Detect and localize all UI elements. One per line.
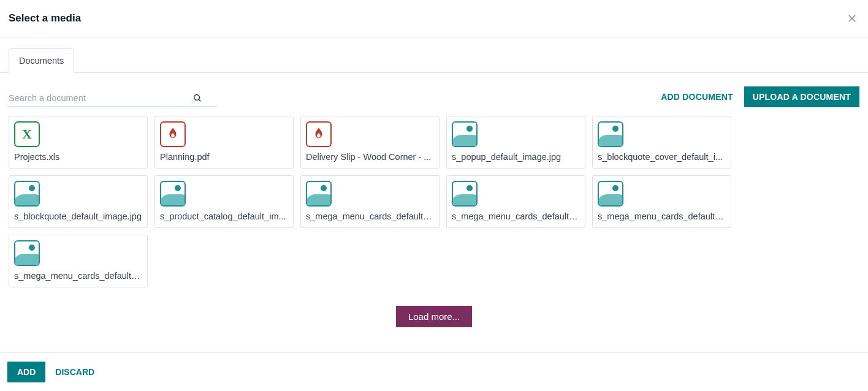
modal-title: Select a media [9, 12, 81, 25]
document-card[interactable]: XProjects.xls [9, 116, 148, 169]
tabs: Documents [0, 48, 868, 73]
document-name: Planning.pdf [160, 152, 288, 164]
image-icon [598, 121, 623, 147]
modal-header: Select a media [0, 0, 868, 37]
document-card[interactable]: s_blockquote_cover_default_i... [592, 116, 731, 169]
document-card[interactable]: s_product_catalog_default_im... [154, 175, 294, 228]
image-icon [14, 240, 40, 266]
toolbar: ADD DOCUMENT UPLOAD A DOCUMENT [0, 73, 868, 113]
document-name: s_mega_menu_cards_default_i... [14, 271, 142, 283]
document-card[interactable]: s_blockquote_default_image.jpg [9, 175, 148, 228]
document-card[interactable]: Delivery Slip - Wood Corner - ... [300, 116, 440, 169]
svg-line-3 [199, 99, 200, 101]
search-input[interactable] [9, 91, 192, 105]
discard-button[interactable]: DISCARD [55, 367, 94, 377]
image-icon [598, 181, 623, 207]
document-name: s_blockquote_cover_default_i... [598, 152, 726, 164]
close-button[interactable] [845, 11, 859, 26]
document-name: Projects.xls [14, 152, 142, 164]
document-name: s_mega_menu_cards_default_i... [306, 211, 434, 224]
load-more-wrap: Load more... [0, 306, 868, 327]
load-more-button[interactable]: Load more... [396, 306, 472, 327]
image-icon [160, 181, 186, 207]
search-field-wrap [9, 91, 217, 107]
tab-documents[interactable]: Documents [9, 48, 74, 73]
document-card[interactable]: s_mega_menu_cards_default_i... [9, 235, 148, 287]
document-name: s_blockquote_default_image.jpg [14, 211, 142, 224]
svg-point-2 [194, 95, 200, 101]
add-document-button[interactable]: ADD DOCUMENT [661, 92, 733, 102]
document-card[interactable]: s_popup_default_image.jpg [446, 116, 585, 169]
document-name: s_mega_menu_cards_default_i... [452, 211, 580, 224]
search-icon[interactable] [192, 93, 202, 103]
image-icon [306, 181, 332, 207]
image-icon [452, 181, 478, 207]
document-grid: XProjects.xlsPlanning.pdfDelivery Slip -… [0, 116, 868, 287]
xls-icon: X [14, 121, 40, 147]
document-name: Delivery Slip - Wood Corner - ... [306, 152, 434, 164]
document-card[interactable]: s_mega_menu_cards_default_i... [446, 175, 585, 228]
add-button[interactable]: ADD [7, 362, 45, 382]
document-card[interactable]: s_mega_menu_cards_default_i... [592, 175, 731, 228]
upload-document-button[interactable]: UPLOAD A DOCUMENT [744, 86, 859, 107]
document-card[interactable]: Planning.pdf [154, 116, 294, 169]
toolbar-right: ADD DOCUMENT UPLOAD A DOCUMENT [661, 86, 859, 107]
close-icon [847, 13, 858, 24]
document-card[interactable]: s_mega_menu_cards_default_i... [300, 175, 440, 228]
modal-footer: ADD DISCARD [0, 352, 868, 391]
document-name: s_product_catalog_default_im... [160, 211, 288, 224]
document-name: s_popup_default_image.jpg [452, 152, 580, 164]
pdf-icon [160, 121, 186, 147]
document-name: s_mega_menu_cards_default_i... [598, 211, 726, 224]
image-icon [14, 181, 40, 207]
pdf-icon [306, 121, 332, 147]
image-icon [452, 121, 478, 147]
